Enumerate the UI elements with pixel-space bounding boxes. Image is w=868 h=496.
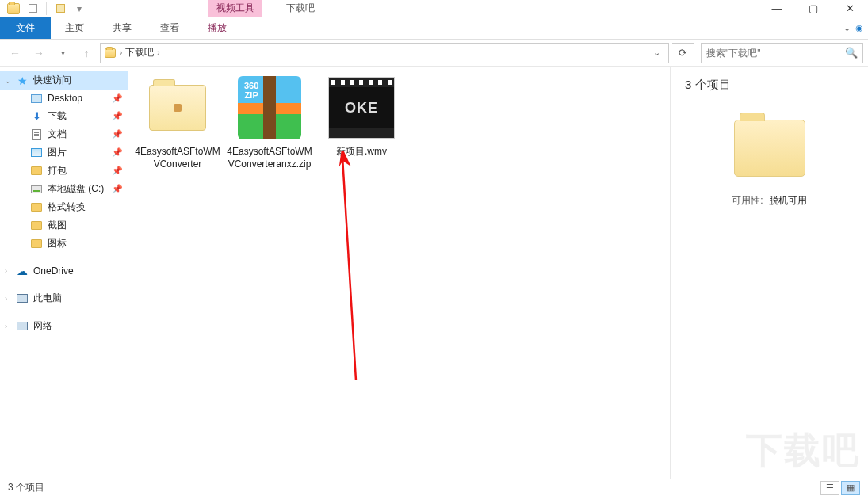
status-bar: 3 个项目 ☰ ▦ — [0, 479, 868, 496]
nav-format-convert[interactable]: 格式转换 — [0, 198, 128, 216]
search-box[interactable]: 🔍 — [701, 43, 863, 63]
tab-play[interactable]: 播放 — [193, 17, 241, 39]
nav-label: Desktop — [48, 93, 82, 104]
address-dropdown[interactable]: ⌄ — [648, 48, 665, 58]
nav-icons[interactable]: 图标 — [0, 235, 128, 253]
search-icon[interactable]: 🔍 — [845, 47, 858, 59]
expand-icon[interactable]: ⌄ — [5, 77, 11, 85]
nav-quick-access[interactable]: ⌄ ★ 快速访问 — [0, 71, 128, 90]
nav-this-pc[interactable]: › 此电脑 — [0, 289, 128, 307]
tab-file[interactable]: 文件 — [0, 17, 51, 39]
tab-share[interactable]: 共享 — [98, 17, 146, 39]
nav-local-disk-c[interactable]: 本地磁盘 (C:) 📌 — [0, 180, 128, 198]
details-item-count: 3 个项目 — [685, 78, 854, 93]
app-icon[interactable] — [5, 1, 22, 17]
pin-icon: 📌 — [112, 147, 123, 158]
forward-button[interactable]: → — [29, 43, 49, 63]
title-bar: ▾ 视频工具 下载吧 — ▢ ✕ — [0, 0, 868, 17]
file-name: 4EasysoftASFtoWMVConverter — [135, 146, 220, 170]
nav-label: 图标 — [48, 237, 67, 250]
pin-icon: 📌 — [112, 111, 123, 121]
quick-access-toolbar: ▾ — [0, 1, 88, 17]
pin-icon: 📌 — [112, 129, 123, 139]
nav-pictures[interactable]: 图片 📌 — [0, 143, 128, 162]
nav-documents[interactable]: 文档 📌 — [0, 125, 128, 143]
qat-customize-dropdown[interactable]: ▾ — [71, 1, 88, 17]
file-item-folder[interactable]: 4EasysoftASFtoWMVConverter — [135, 74, 220, 170]
chevron-right-icon[interactable]: › — [157, 48, 159, 57]
minimize-button[interactable]: — — [759, 0, 795, 17]
folder-thumbnail — [144, 74, 211, 141]
annotation-arrow-icon — [336, 151, 368, 388]
items-view[interactable]: 4EasysoftASFtoWMVConverter 360ZIP 4Easys… — [128, 67, 670, 479]
details-property-label: 可用性: — [732, 195, 763, 206]
nav-label: 格式转换 — [48, 200, 86, 214]
up-button[interactable]: ↑ — [76, 43, 97, 63]
nav-label: 打包 — [48, 164, 67, 177]
details-property-value: 脱机可用 — [769, 195, 807, 206]
pin-icon: 📌 — [112, 93, 123, 104]
search-input[interactable] — [706, 48, 845, 59]
desktop-icon — [30, 92, 43, 105]
pc-icon — [16, 292, 29, 305]
folder-icon — [30, 201, 43, 214]
document-icon — [30, 128, 43, 141]
qat-new-folder-button[interactable] — [52, 1, 69, 17]
qat-properties-button[interactable] — [24, 1, 41, 17]
main-area: ⌄ ★ 快速访问 Desktop 📌 ⬇ 下载 📌 文档 📌 图片 📌 打包 � — [0, 67, 868, 479]
navigation-pane[interactable]: ⌄ ★ 快速访问 Desktop 📌 ⬇ 下载 📌 文档 📌 图片 📌 打包 � — [0, 67, 128, 479]
picture-icon — [30, 147, 43, 159]
navigation-bar: ← → ▾ ↑ › 下载吧 › ⌄ ⟳ 🔍 — [0, 40, 868, 67]
maximize-button[interactable]: ▢ — [795, 0, 832, 17]
file-name: 新项目.wmv — [319, 146, 404, 158]
breadcrumb[interactable]: 下载吧 — [125, 46, 154, 59]
back-button[interactable]: ← — [5, 43, 25, 63]
video-thumbnail: OKE — [328, 74, 395, 141]
expand-icon[interactable]: › — [5, 295, 7, 303]
window-controls: — ▢ ✕ — [759, 0, 868, 17]
ribbon-expand-button[interactable]: ⌄ — [843, 23, 851, 33]
recent-locations-dropdown[interactable]: ▾ — [52, 43, 73, 63]
details-view-button[interactable]: ☰ — [820, 481, 839, 495]
drive-icon — [30, 183, 43, 196]
onedrive-icon: ☁ — [16, 265, 29, 277]
nav-dabao[interactable]: 打包 📌 — [0, 162, 128, 180]
nav-label: 网络 — [33, 319, 52, 333]
nav-label: 本地磁盘 (C:) — [48, 182, 104, 196]
window-title: 下载吧 — [286, 2, 315, 15]
folder-icon — [30, 238, 43, 250]
nav-screenshot[interactable]: 截图 — [0, 216, 128, 235]
ribbon-tabs: 文件 主页 共享 查看 播放 ⌄ ◉ — [0, 17, 868, 40]
download-icon: ⬇ — [30, 110, 43, 123]
nav-label: 下载 — [48, 109, 67, 123]
nav-label: 文档 — [48, 128, 67, 141]
expand-icon[interactable]: › — [5, 322, 7, 330]
folder-icon — [30, 219, 43, 232]
file-item-zip[interactable]: 360ZIP 4EasysoftASFtoWMVConverteranxz.zi… — [227, 74, 312, 170]
large-icons-view-button[interactable]: ▦ — [841, 481, 860, 495]
nav-label: 截图 — [48, 219, 67, 232]
chevron-right-icon[interactable]: › — [120, 48, 122, 57]
folder-icon — [30, 165, 43, 177]
tab-home[interactable]: 主页 — [51, 17, 98, 39]
file-name: 4EasysoftASFtoWMVConverteranxz.zip — [227, 146, 312, 170]
nav-network[interactable]: › 网络 — [0, 317, 128, 335]
refresh-button[interactable]: ⟳ — [672, 43, 694, 63]
file-item-video[interactable]: OKE 新项目.wmv — [319, 74, 404, 158]
qat-separator — [46, 2, 47, 15]
nav-desktop[interactable]: Desktop 📌 — [0, 90, 128, 107]
address-folder-icon — [104, 47, 117, 59]
address-bar[interactable]: › 下载吧 › ⌄ — [100, 43, 669, 63]
star-icon: ★ — [16, 74, 29, 87]
nav-label: OneDrive — [33, 265, 74, 277]
nav-label: 快速访问 — [33, 74, 71, 87]
status-item-count: 3 个项目 — [8, 481, 44, 494]
nav-onedrive[interactable]: › ☁ OneDrive — [0, 262, 128, 280]
help-button[interactable]: ◉ — [855, 23, 863, 33]
expand-icon[interactable]: › — [5, 267, 7, 275]
close-button[interactable]: ✕ — [832, 0, 868, 17]
contextual-tab-video-tools: 视频工具 — [208, 0, 262, 17]
network-icon — [16, 320, 29, 333]
tab-view[interactable]: 查看 — [146, 17, 193, 39]
nav-downloads[interactable]: ⬇ 下载 📌 — [0, 107, 128, 125]
